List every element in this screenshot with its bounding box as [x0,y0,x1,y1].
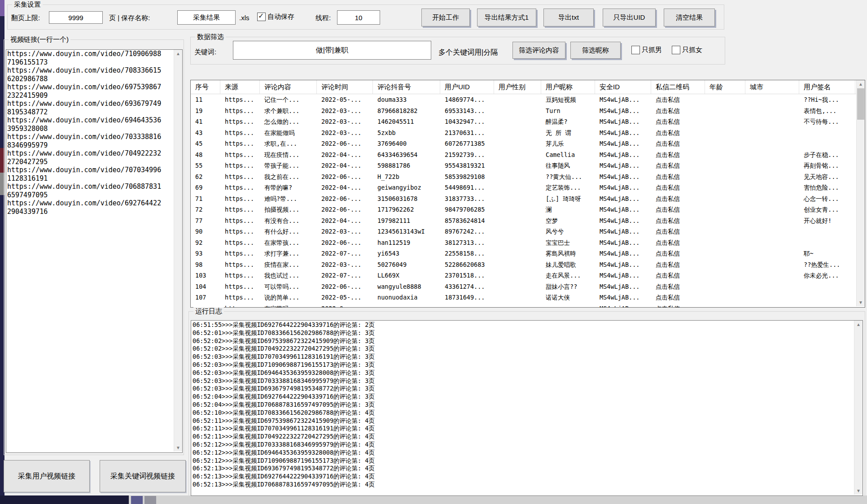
table-cell [705,138,745,149]
table-cell: 不亏待每... [799,116,855,127]
dm-link-cell[interactable]: 点击私信 [651,94,705,105]
scroll-down-icon[interactable]: ▼ [174,444,182,452]
table-row[interactable]: 93https...求打字兼...2022-07-...yi6543225581… [191,248,865,259]
thread-input[interactable]: 10 [337,10,380,25]
table-row[interactable]: 45https...求职,在...2022-06-...376964006072… [191,138,865,149]
table-row[interactable]: 103https...我也试过...2022-07-...LL669X23701… [191,270,865,281]
table-cell: 你未必光... [799,270,855,281]
table-row[interactable]: 98https...疫情在家...2022-03-...502760495228… [191,259,865,270]
table-row[interactable]: 69https...有带的嘛?2022-04-...geiwangyiboz54… [191,182,865,193]
dm-link-cell[interactable]: 点击私信 [651,171,705,182]
table-row[interactable]: 11https...记住一个...2022-05-...douma3331486… [191,94,865,105]
table-row[interactable]: 19https...求个兼职...2022-03-...879668182826… [191,105,865,117]
dm-link-cell[interactable]: 点击私信 [651,138,705,149]
table-cell: 38127313... [440,237,494,248]
links-scrollbar[interactable]: ▲ ▼ [174,50,182,452]
scroll-down-icon[interactable]: ▼ [854,487,863,495]
dm-link-cell[interactable]: 点击私信 [651,237,705,248]
dm-link-cell[interactable]: 点击私信 [651,116,705,127]
table-row[interactable]: 55https...带孩子能...2022-04-...598881786955… [191,160,865,171]
table-row[interactable]: 107https...说的简单...2022-05-...nuonuodaxia… [191,292,865,303]
column-header-4[interactable]: 评论时间 [317,80,373,94]
table-row[interactable]: 92https...在家带孩...2022-06-...han112519381… [191,237,865,248]
table-cell: 走在风景... [541,270,595,281]
table-cell [745,149,799,161]
column-header-1[interactable]: 序号 [191,80,220,94]
save-name-input[interactable]: 采集结果 [177,10,236,25]
autosave-checkbox[interactable]: 自动保存 [257,13,294,21]
filter-nickname-button[interactable]: 筛选昵称 [570,42,621,59]
column-header-2[interactable]: 来源 [220,80,260,94]
female-only-checkbox[interactable]: 只抓女 [672,46,702,54]
column-header-9[interactable]: 安全ID [595,80,651,94]
table-row[interactable]: 62https...我之前在...2022-06-...H_722b585398… [191,171,865,182]
dm-link-cell[interactable]: 点击私信 [651,149,705,161]
page-limit-input[interactable]: 9999 [49,11,103,24]
export-mode1-button[interactable]: 导出结果方式1 [477,9,536,26]
table-row[interactable]: https...在家带吗2022-0...MS4wLjAB点击私信 [191,303,865,308]
table-row[interactable]: 43https...在家能做吗2022-03-...5zxbb21370631.… [191,127,865,139]
dm-link-cell[interactable]: 点击私信 [651,105,705,117]
log-textarea[interactable]: 06:51:55>>>采集视频ID6927644222904339716的评论第… [191,320,863,496]
video-links-textarea[interactable]: https://www.douyin.com/video/71090698871… [6,49,183,453]
dm-link-cell[interactable]: 点击私信 [651,292,705,303]
dm-link-cell[interactable]: 点击私信 [651,270,705,281]
autosave-checkbox-box[interactable] [257,13,266,21]
table-row[interactable]: 104https...可以带吗...2022-06-...wangyule888… [191,281,865,292]
results-table[interactable]: 序号来源评论内容评论时间评论抖音号用户UID用户性别用户昵称安全ID私信二维码年… [190,80,865,308]
dm-link-cell[interactable]: 点击私信 [651,248,705,259]
autosave-label: 自动保存 [267,13,294,21]
column-header-7[interactable]: 用户性别 [494,80,541,94]
table-row[interactable]: 48https...现在疫情...2022-04-...643346396542… [191,149,865,161]
dm-link-cell[interactable]: 点击私信 [651,182,705,193]
log-scrollbar[interactable]: ▲ ▼ [854,321,863,495]
table-row[interactable]: 77https...有没有合...2022-04-...197982111857… [191,215,865,226]
table-row[interactable]: 90https...有什么好...2022-03-...12345613143w… [191,226,865,237]
collect-keyword-videos-button[interactable]: 采集关键词视频链接 [100,460,186,492]
scroll-up-icon[interactable]: ▲ [857,80,865,88]
table-row[interactable]: 41https...怎么做的...2022-03-...146204551110… [191,116,865,127]
male-only-checkbox[interactable]: 只抓男 [631,46,662,54]
table-scrollbar[interactable]: ▲ ▼ [856,80,865,306]
clear-results-button[interactable]: 清空结果 [664,9,715,26]
dm-link-cell[interactable]: 点击私信 [651,204,705,215]
column-header-8[interactable]: 用户昵称 [541,80,595,94]
dm-link-cell[interactable]: 点击私信 [651,127,705,139]
taskbar-app-button[interactable] [131,496,143,504]
column-header-5[interactable]: 评论抖音号 [373,80,440,94]
dm-link-cell[interactable]: 点击私信 [651,193,705,204]
dm-link-cell[interactable]: 点击私信 [651,226,705,237]
app-window: 采集设置 翻页上限: 9999 页 | 保存名称: 采集结果 .xls 自动保存… [0,0,867,504]
scroll-down-icon[interactable]: ▼ [857,299,865,306]
export-txt-button[interactable]: 导出txt [543,9,594,26]
dm-link-cell[interactable]: 点击私信 [651,215,705,226]
table-cell: MS4wLjAB... [595,226,651,237]
filter-comment-button[interactable]: 筛选评论内容 [512,42,565,59]
male-only-checkbox-box[interactable] [631,46,640,54]
table-cell [705,182,745,193]
column-header-3[interactable]: 评论内容 [260,80,317,94]
taskbar-app-button2[interactable] [144,496,156,504]
export-uid-button[interactable]: 只导出UID [603,9,656,26]
table-cell [494,292,541,303]
dm-link-cell[interactable]: 点击私信 [651,259,705,270]
table-row[interactable]: 71https...难吗?带...2022-06-...315060316783… [191,193,865,204]
scroll-up-icon[interactable]: ▲ [854,321,863,328]
table-cell [745,94,799,105]
collect-user-videos-button[interactable]: 采集用户视频链接 [4,460,90,492]
column-header-12[interactable]: 城市 [745,80,799,94]
dm-link-cell[interactable]: 点击私信 [651,303,705,308]
keyword-input[interactable]: 做|带|兼职 [233,41,431,60]
dm-link-cell[interactable]: 点击私信 [651,160,705,171]
start-work-button[interactable]: 开始工作 [421,9,470,26]
table-scrollbar-thumb[interactable] [857,88,864,120]
dm-link-cell[interactable]: 点击私信 [651,281,705,292]
scroll-up-icon[interactable]: ▲ [174,50,182,57]
column-header-10[interactable]: 私信二维码 [651,80,705,94]
column-header-6[interactable]: 用户UID [440,80,494,94]
table-cell [705,281,745,292]
column-header-13[interactable]: 用户签名 [799,80,855,94]
column-header-11[interactable]: 年龄 [705,80,745,94]
female-only-checkbox-box[interactable] [672,46,680,54]
table-row[interactable]: 72https...拍摄视频...2022-06-...171796226298… [191,204,865,215]
